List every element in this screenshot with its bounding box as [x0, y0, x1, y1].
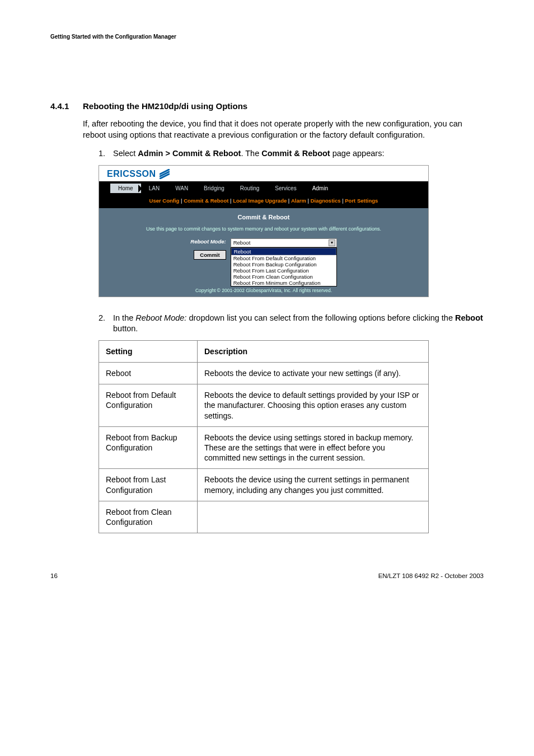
tab-home[interactable]: Home [110, 184, 141, 193]
page-number: 16 [50, 572, 58, 579]
panel-description: Use this page to commit changes to syste… [110, 226, 417, 232]
reboot-mode-select[interactable]: Reboot ▾ [231, 238, 337, 247]
setting-desc [198, 501, 429, 533]
header-setting: Setting [99, 340, 198, 362]
tab-bridging[interactable]: Bridging [196, 184, 232, 193]
tab-routing[interactable]: Routing [232, 184, 267, 193]
setting-name: Reboot from Backup Configuration [99, 426, 198, 469]
option-reboot-last[interactable]: Reboot From Last Configuration [231, 267, 336, 274]
commit-button[interactable]: Commit [194, 250, 226, 260]
tab-lan[interactable]: LAN [141, 184, 167, 193]
table-row: Reboot Reboots the device to activate yo… [99, 363, 429, 384]
logo-text: ERICSSON [107, 169, 156, 179]
subnav-alarm[interactable]: Alarm [291, 198, 306, 204]
setting-desc: Reboots the device using settings stored… [198, 426, 429, 469]
table-row: Reboot from Clean Configuration [99, 501, 429, 533]
table-header-row: Setting Description [99, 340, 429, 362]
step-2: 2. In the Reboot Mode: dropdown list you… [99, 313, 484, 335]
header-description: Description [198, 340, 429, 362]
commit-reboot-panel: Commit & Reboot Use this page to commit … [99, 208, 428, 297]
subnav-local-image-upgrade[interactable]: Local Image Upgrade [233, 198, 287, 204]
option-reboot[interactable]: Reboot [231, 248, 336, 255]
panel-title: Commit & Reboot [110, 214, 417, 220]
section-heading: 4.4.1 Rebooting the HM210dp/di using Opt… [50, 101, 484, 111]
subnav-port-settings[interactable]: Port Settings [345, 198, 378, 204]
dropdown-arrow-icon: ▾ [329, 240, 335, 246]
step-1-text: Select Admin > Commit & Reboot. The Comm… [113, 148, 484, 159]
setting-desc: Reboots the device using the current set… [198, 469, 429, 501]
option-reboot-clean[interactable]: Reboot From Clean Configuration [231, 274, 336, 280]
setting-desc: Reboots the device to activate your new … [198, 363, 429, 384]
subnav-commit-reboot[interactable]: Commit & Reboot [184, 198, 228, 204]
subnav-user-config[interactable]: User Config [149, 198, 180, 204]
step-2-number: 2. [99, 313, 113, 335]
main-nav-tabs: Home LAN WAN Bridging Routing Services A… [99, 181, 428, 194]
setting-name: Reboot from Last Configuration [99, 469, 198, 501]
setting-name: Reboot from Clean Configuration [99, 501, 198, 533]
tab-wan[interactable]: WAN [167, 184, 196, 193]
ericsson-wave-icon [160, 169, 170, 179]
option-reboot-backup[interactable]: Reboot From Backup Configuration [231, 261, 336, 267]
option-reboot-default[interactable]: Reboot From Default Configuration [231, 255, 336, 261]
commit-reboot-screenshot: ERICSSON Home LAN WAN Bridging Routing S… [99, 165, 429, 297]
step-2-text: In the Reboot Mode: dropdown list you ca… [113, 313, 484, 335]
running-header: Getting Started with the Configuration M… [50, 34, 484, 40]
tab-admin[interactable]: Admin [305, 184, 336, 193]
admin-subnav: User Config | Commit & Reboot | Local Im… [99, 194, 428, 208]
page-footer: 16 EN/LZT 108 6492 R2 - October 2003 [50, 572, 484, 579]
table-row: Reboot from Default Configuration Reboot… [99, 384, 429, 427]
reboot-mode-label: Reboot Mode: [190, 238, 226, 245]
table-row: Reboot from Backup Configuration Reboots… [99, 426, 429, 469]
option-reboot-minimum[interactable]: Reboot From Minimum Configuration [231, 280, 336, 286]
tab-services[interactable]: Services [267, 184, 304, 193]
copyright-text: Copyright © 2001-2002 GlobespanVirata, I… [110, 288, 417, 293]
setting-name: Reboot from Default Configuration [99, 384, 198, 427]
reboot-options-table: Setting Description Reboot Reboots the d… [99, 340, 429, 533]
setting-desc: Reboots the device to default settings p… [198, 384, 429, 427]
reboot-mode-selected-value: Reboot [233, 240, 251, 246]
step-1: 1. Select Admin > Commit & Reboot. The C… [99, 148, 484, 159]
subnav-diagnostics[interactable]: Diagnostics [311, 198, 341, 204]
step-1-number: 1. [99, 148, 113, 159]
doc-id: EN/LZT 108 6492 R2 - October 2003 [378, 572, 484, 579]
intro-paragraph: If, after rebooting the device, you find… [83, 119, 484, 140]
reboot-mode-options: Reboot Reboot From Default Configuration… [231, 247, 337, 287]
setting-name: Reboot [99, 363, 198, 384]
table-row: Reboot from Last Configuration Reboots t… [99, 469, 429, 501]
ericsson-logo: ERICSSON [99, 166, 428, 181]
section-number: 4.4.1 [50, 101, 83, 111]
section-title: Rebooting the HM210dp/di using Options [83, 101, 247, 111]
